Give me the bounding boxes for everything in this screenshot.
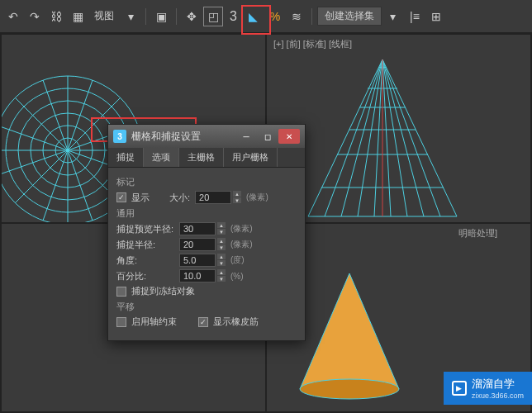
app-icon: 3 <box>113 130 126 143</box>
size-input[interactable] <box>195 191 231 204</box>
select-icon[interactable]: ▦ <box>68 7 88 26</box>
snap-radius-label: 捕捉半径: <box>116 239 174 251</box>
snap-frozen-label: 捕捉到冻结对象 <box>131 285 195 297</box>
snap-frozen-checkbox[interactable] <box>116 287 126 297</box>
angle-snap-icon[interactable]: ◣ <box>244 7 264 26</box>
svg-line-19 <box>325 59 382 216</box>
cone-wireframe-right-icon <box>267 35 530 222</box>
dialog-title-text: 栅格和捕捉设置 <box>131 130 201 144</box>
dialog-body: 标记 显示 大小: ▲▼ (像素) 通用 捕捉预览半径: ▲▼ (像素) 捕捉半… <box>108 168 305 340</box>
up-arrow-icon[interactable]: ▲ <box>233 191 241 197</box>
snap-radius-unit: (像素) <box>230 239 253 250</box>
up-arrow-icon[interactable]: ▲ <box>217 269 226 275</box>
size-spinner[interactable]: ▲▼ <box>195 191 241 204</box>
percent-unit: (%) <box>230 272 244 281</box>
watermark: ▶ 溜溜自学 zixue.3d66.com <box>444 372 532 405</box>
dialog-tabs: 捕捉 选项 主栅格 用户栅格 <box>108 148 305 168</box>
viewport-top-right[interactable]: [+] [前] [标准] [线框] <box>267 35 530 222</box>
size-label: 大小: <box>169 192 190 204</box>
preview-radius-label: 捕捉预览半径: <box>116 223 174 235</box>
down-arrow-icon[interactable]: ▼ <box>217 260 226 266</box>
up-arrow-icon[interactable]: ▲ <box>217 222 226 228</box>
create-selection-set[interactable]: 创建选择集 <box>317 7 382 26</box>
translate-section-label: 平移 <box>116 301 297 313</box>
view-dropdown[interactable]: 视图 <box>89 9 119 23</box>
down-arrow-icon[interactable]: ▼ <box>233 197 241 203</box>
tab-snap[interactable]: 捕捉 <box>108 148 144 167</box>
general-section-label: 通用 <box>116 207 297 220</box>
size-unit: (像素) <box>246 192 268 203</box>
watermark-brand: 溜溜自学 <box>472 377 515 390</box>
display-label: 显示 <box>131 192 150 204</box>
rotate-icon[interactable]: ◰ <box>203 7 223 26</box>
down-arrow-icon[interactable]: ▼ <box>217 244 226 250</box>
grid-snap-settings-dialog: 3 栅格和捕捉设置 ─ ◻ ✕ 捕捉 选项 主栅格 用户栅格 标记 显示 大小:… <box>107 124 306 341</box>
redo-icon[interactable]: ↷ <box>25 7 45 26</box>
dropdown-arrow-icon[interactable]: ▾ <box>121 7 140 26</box>
axis-constraint-checkbox[interactable] <box>116 317 126 327</box>
tab-home-grid[interactable]: 主栅格 <box>179 148 224 167</box>
percent-spinner[interactable]: ▲▼ <box>179 269 226 282</box>
angle-spinner[interactable]: ▲▼ <box>179 254 226 267</box>
minimize-button[interactable]: ─ <box>235 129 257 144</box>
axis-constraint-label: 启用轴约束 <box>131 316 177 328</box>
snap-radius-spinner[interactable]: ▲▼ <box>179 238 226 251</box>
up-arrow-icon[interactable]: ▲ <box>217 238 226 244</box>
angle-unit: (度) <box>230 254 245 266</box>
mirror-icon[interactable]: |≡ <box>405 7 425 26</box>
snap-radius-input[interactable] <box>179 238 216 251</box>
dialog-titlebar[interactable]: 3 栅格和捕捉设置 ─ ◻ ✕ <box>108 125 305 148</box>
angle-input[interactable] <box>179 254 216 267</box>
preview-radius-unit: (像素) <box>230 223 253 235</box>
viewport-shade-label[interactable]: 明暗处理] <box>458 227 497 240</box>
filter-icon[interactable]: ▣ <box>151 7 171 26</box>
preview-radius-input[interactable] <box>179 222 216 235</box>
play-icon: ▶ <box>452 381 467 396</box>
tab-options[interactable]: 选项 <box>144 148 179 167</box>
snap-number: 3 <box>225 9 242 24</box>
dropdown-icon[interactable]: ▾ <box>383 7 403 26</box>
rubber-band-label: 显示橡皮筋 <box>213 316 259 328</box>
tab-user-grid[interactable]: 用户栅格 <box>224 148 278 167</box>
watermark-url: zixue.3d66.com <box>472 392 524 400</box>
main-toolbar: ↶ ↷ ⛓ ▦ 视图 ▾ ▣ ✥ ◰ 3 ◣ % ≋ 创建选择集 ▾ |≡ ⊞ <box>0 0 532 33</box>
up-arrow-icon[interactable]: ▲ <box>217 254 226 259</box>
down-arrow-icon[interactable]: ▼ <box>217 229 226 235</box>
viewport-label[interactable]: [+] [前] [标准] [线框] <box>273 38 352 50</box>
angle-label: 角度: <box>116 254 174 267</box>
percent-snap-icon[interactable]: % <box>265 7 285 26</box>
maximize-button[interactable]: ◻ <box>257 129 278 144</box>
down-arrow-icon[interactable]: ▼ <box>217 276 226 282</box>
rubber-band-checkbox[interactable] <box>198 317 208 327</box>
percent-label: 百分比: <box>116 270 174 282</box>
display-checkbox[interactable] <box>116 192 126 202</box>
marker-section-label: 标记 <box>116 176 297 188</box>
undo-icon[interactable]: ↶ <box>3 7 23 26</box>
link-icon[interactable]: ⛓ <box>46 7 66 26</box>
move-icon[interactable]: ✥ <box>182 7 202 26</box>
svg-point-33 <box>300 379 399 399</box>
svg-line-26 <box>382 59 440 216</box>
align-icon[interactable]: ⊞ <box>426 7 446 26</box>
close-button[interactable]: ✕ <box>278 129 300 144</box>
percent-input[interactable] <box>179 269 216 282</box>
preview-radius-spinner[interactable]: ▲▼ <box>179 222 226 235</box>
spinner-snap-icon[interactable]: ≋ <box>287 7 306 26</box>
